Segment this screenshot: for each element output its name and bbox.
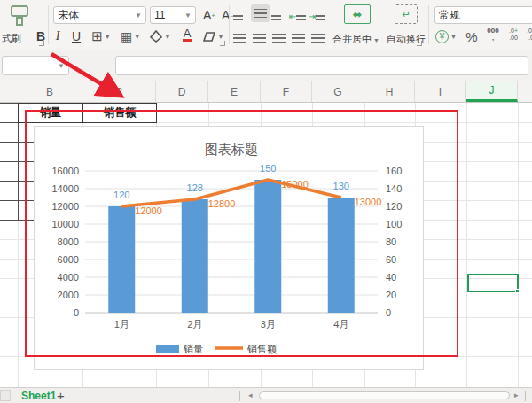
chart-bar — [254, 180, 281, 313]
format-painter-icon[interactable] — [9, 4, 32, 29]
chart-right-tick: 120 — [386, 201, 402, 212]
shrink-text-button[interactable] — [311, 29, 325, 47]
paint-bucket-icon — [149, 30, 163, 43]
merge-center-icon[interactable]: ⬌ — [344, 4, 371, 24]
chart-bar-label: 120 — [113, 190, 129, 200]
table-border — [0, 220, 34, 221]
align-center-button[interactable] — [253, 29, 266, 47]
sheet-tab-sheet1[interactable]: Sheet1 — [21, 390, 56, 402]
currency-button[interactable]: ¥▼ — [434, 27, 458, 45]
column-header-D[interactable]: D — [156, 81, 208, 102]
formula-input[interactable] — [115, 56, 528, 75]
chart-line-label: 12000 — [135, 205, 162, 216]
align-left-button[interactable] — [233, 29, 246, 47]
grid-line — [0, 376, 532, 376]
chart-title: 图表标题 — [205, 142, 258, 157]
italic-button[interactable]: I — [51, 27, 64, 45]
number-format-combo[interactable]: 常规 — [434, 6, 532, 24]
currency-icon: ¥ — [435, 30, 449, 43]
chart-bar — [328, 198, 355, 313]
font-color-icon: A — [183, 27, 192, 42]
chart-bar — [108, 206, 135, 313]
chart-right-tick: 0 — [386, 307, 391, 318]
chart-bar — [182, 199, 208, 313]
column-header-F[interactable]: F — [261, 81, 312, 102]
fill-handle[interactable] — [515, 289, 520, 293]
font-group-dialog-launcher[interactable] — [220, 41, 225, 46]
column-header-E[interactable]: E — [208, 81, 261, 102]
active-cell[interactable] — [467, 274, 519, 292]
column-header-I[interactable]: I — [415, 81, 466, 102]
align-right-button[interactable] — [272, 29, 286, 47]
justify-button[interactable] — [292, 29, 305, 47]
table-border — [0, 200, 34, 201]
chart-right-tick: 100 — [386, 219, 402, 229]
chart-right-tick: 160 — [386, 166, 402, 176]
align-middle-button[interactable] — [251, 4, 270, 22]
eraser-icon — [202, 31, 216, 43]
chart-category-label: 3月 — [261, 319, 276, 329]
chart-line-label: 12800 — [208, 198, 236, 209]
align-top-button[interactable] — [233, 7, 243, 25]
wrap-text-icon[interactable]: ↵ — [395, 4, 418, 24]
fill-color-button[interactable]: ▼ — [147, 27, 172, 45]
underline-button[interactable]: U — [69, 27, 83, 45]
shading-icon: ▦ — [121, 29, 132, 43]
embedded-chart[interactable]: 0200040006000800010000120001400016000020… — [34, 126, 424, 370]
grow-font-button[interactable]: A+ — [201, 6, 217, 24]
chart-left-tick: 6000 — [58, 254, 79, 265]
shading-button[interactable]: ▦ ▼ — [118, 27, 143, 45]
ribbon-toolbar: 式刷 宋体 ▼ 11 ▼ A+ A– B I U ⊞ ▼ ▦ ▼ — [0, 0, 532, 50]
scroll-left-icon[interactable]: ◂ — [248, 391, 253, 399]
merge-center-button[interactable]: 合并居中▼ — [332, 33, 379, 46]
grid-line — [518, 103, 519, 387]
font-color-button[interactable]: A — [176, 26, 199, 43]
legend-label: 销售额 — [246, 344, 277, 354]
column-header-J[interactable]: J — [466, 81, 518, 102]
chart-right-tick: 60 — [386, 254, 396, 265]
chart-right-tick: 40 — [386, 272, 396, 283]
scroll-right-icon[interactable]: ▸ — [514, 391, 519, 399]
alignment-group-dialog-launcher[interactable] — [417, 41, 422, 46]
percent-button[interactable]: % — [464, 27, 480, 45]
font-size-combo[interactable]: 11 ▼ — [150, 6, 196, 24]
format-painter-label[interactable]: 式刷 — [2, 32, 21, 45]
align-bottom-button[interactable] — [271, 7, 281, 25]
number-format-value: 常规 — [439, 8, 529, 23]
align-middle-icon — [254, 9, 267, 19]
annotation-red-arrow — [40, 46, 137, 110]
increase-indent-button[interactable]: ⇥ — [309, 7, 325, 25]
chart-right-tick: 80 — [386, 236, 396, 247]
table-border — [0, 161, 34, 162]
thousands-separator-button[interactable]: 000, — [483, 26, 503, 43]
font-name-combo[interactable]: 宋体 ▼ — [53, 6, 146, 24]
chart-bar-label: 130 — [333, 181, 349, 191]
decrease-decimal-button[interactable]: .00.0 — [523, 26, 532, 43]
increase-decimal-button[interactable]: .0+.00 — [505, 26, 522, 43]
chart-right-tick: 20 — [386, 290, 396, 300]
align-center-icon — [253, 34, 266, 43]
add-sheet-button[interactable]: + — [57, 388, 65, 403]
borders-button[interactable]: ⊞ ▼ — [89, 27, 113, 45]
chevron-down-icon: ▼ — [135, 12, 142, 19]
chart-left-tick: 8000 — [58, 236, 79, 247]
horizontal-scrollbar[interactable] — [259, 391, 510, 399]
align-top-icon — [233, 12, 243, 21]
chart-category-label: 4月 — [333, 319, 348, 329]
justify-icon — [292, 34, 305, 43]
chart-line-label: 13000 — [355, 197, 382, 207]
font-size-value: 11 — [154, 9, 182, 21]
column-header-H[interactable]: H — [364, 81, 415, 102]
sheet-tab-bar: Sheet1 + ◂ ▸ — [0, 387, 532, 403]
chart-left-tick: 2000 — [58, 290, 79, 300]
chart-right-tick: 140 — [386, 183, 402, 194]
decrease-indent-button[interactable]: ⇤ — [289, 7, 306, 25]
bold-button[interactable]: B — [34, 27, 48, 45]
chart-left-tick: 14000 — [51, 183, 79, 194]
column-header-G[interactable]: G — [312, 81, 364, 102]
chart-left-tick: 0 — [74, 307, 79, 318]
tab-scroller[interactable] — [0, 390, 11, 401]
align-left-icon — [233, 34, 246, 43]
chart-svg: 0200040006000800010000120001400016000020… — [35, 127, 425, 371]
align-bottom-icon — [271, 12, 281, 21]
